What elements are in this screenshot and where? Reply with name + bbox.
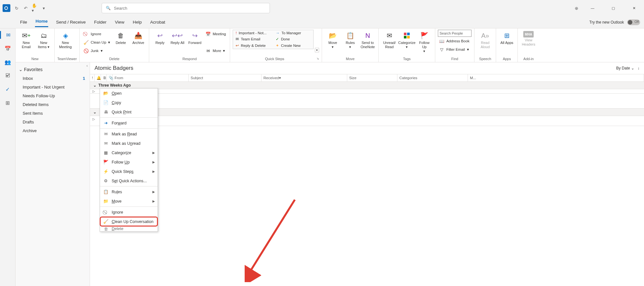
ctx-forward[interactable]: ➜Forward bbox=[100, 118, 158, 128]
replyall-button[interactable]: ↩↩Reply All bbox=[169, 30, 185, 46]
sort-direction-button[interactable]: ↓ bbox=[638, 66, 639, 70]
folder-important[interactable]: Important - Not Urgent bbox=[16, 83, 90, 91]
ctx-quick-print[interactable]: 🖶Quick Print bbox=[100, 107, 158, 117]
onenote-button[interactable]: NSend to OneNote bbox=[360, 30, 376, 50]
titlebar-left: ↻ ↶ ✋▾ ▾ bbox=[3, 4, 47, 12]
col-importance[interactable]: ! bbox=[90, 74, 94, 81]
open-icon: 📂 bbox=[103, 91, 108, 96]
move-button[interactable]: 📂Move▾ bbox=[325, 30, 341, 50]
group-label-tags: Tags bbox=[381, 56, 432, 61]
quicksteps-more-icon[interactable]: ▾ bbox=[315, 48, 319, 52]
refresh-icon[interactable]: ↻ bbox=[14, 5, 19, 11]
delete-button[interactable]: 🗑Delete bbox=[113, 30, 129, 46]
ctx-rules[interactable]: 📋Rules▶ bbox=[100, 187, 158, 196]
mail-rail-icon[interactable]: ✉ bbox=[0, 31, 16, 39]
archive-button[interactable]: 📥Archive bbox=[130, 30, 146, 46]
menu-view[interactable]: View bbox=[114, 18, 125, 26]
menu-help[interactable]: Help bbox=[132, 18, 142, 26]
folder-deleted[interactable]: Deleted Items bbox=[16, 100, 90, 109]
col-reminder[interactable]: 🔔 bbox=[94, 74, 101, 81]
all-apps-button[interactable]: ⊞All Apps bbox=[499, 30, 515, 46]
copy-icon: 📄 bbox=[103, 100, 108, 105]
menu-file[interactable]: File bbox=[19, 18, 28, 26]
menu-sendreceive[interactable]: Send / Receive bbox=[55, 18, 86, 26]
search-people-input[interactable]: Search People bbox=[438, 30, 472, 37]
read-icon: ✉ bbox=[103, 132, 108, 137]
tasks-rail-icon[interactable]: 🗹 bbox=[4, 72, 12, 79]
ctx-mark-as-unread[interactable]: ✉Mark as Unread bbox=[100, 139, 158, 148]
ctx-set-quick-actions-[interactable]: ⚙Set Quick Actions... bbox=[100, 176, 158, 185]
reply-button[interactable]: ↩Reply bbox=[152, 30, 168, 46]
filter-email-button[interactable]: ▽Filter Email ▾ bbox=[438, 45, 472, 54]
customize-icon[interactable]: ▾ bbox=[41, 5, 47, 11]
folder-sent[interactable]: Sent Items bbox=[16, 109, 90, 118]
favorites-header[interactable]: ⌄Favorites bbox=[16, 65, 90, 74]
search-box[interactable]: 🔍 bbox=[102, 3, 270, 13]
view-headers-button[interactable]: MHAView Headers bbox=[520, 30, 537, 48]
unread-button[interactable]: ✉Unread/ Read bbox=[381, 30, 397, 50]
col-mentions[interactable]: M... bbox=[468, 74, 644, 81]
apps-rail-icon[interactable]: ⊞ bbox=[4, 99, 12, 107]
ctx-move[interactable]: 📁Move▶ bbox=[100, 196, 158, 206]
ctx-delete[interactable]: 🗑Delete bbox=[100, 226, 158, 231]
group-label-move: Move bbox=[325, 56, 376, 61]
ctx-ignore[interactable]: ⃠Ignore bbox=[100, 207, 158, 217]
undo-icon[interactable]: ↶ bbox=[23, 5, 28, 11]
search-input[interactable] bbox=[114, 6, 266, 11]
col-subject[interactable]: Subject bbox=[189, 74, 261, 81]
cleanup-button[interactable]: 🧹Clean Up ▾ bbox=[82, 38, 111, 47]
todo-rail-icon[interactable]: ✓ bbox=[4, 85, 12, 93]
followup-button[interactable]: 🚩Follow Up▾ bbox=[416, 30, 432, 55]
ctx-categorize[interactable]: ▦Categorize▶ bbox=[100, 148, 158, 157]
col-attachment[interactable]: 📎 bbox=[107, 74, 113, 81]
ctx-copy[interactable]: 📄Copy bbox=[100, 98, 158, 107]
conversation-row[interactable]: ▷ bbox=[90, 89, 644, 94]
new-email-button[interactable]: ✉+New Email bbox=[18, 30, 34, 50]
chevron-down-icon: ⌄ bbox=[19, 67, 23, 72]
new-items-button[interactable]: 🗂New Items ▾ bbox=[36, 30, 52, 50]
folder-archive[interactable]: Archive bbox=[16, 126, 90, 135]
categorize-button[interactable]: Categorize▾ bbox=[399, 30, 415, 50]
ctx-label: Mark as Unread bbox=[112, 141, 140, 146]
minimize-button[interactable]: — bbox=[585, 3, 600, 13]
col-size[interactable]: Size bbox=[347, 74, 397, 81]
address-book-button[interactable]: 📖Address Book bbox=[438, 37, 472, 45]
more-respond-button[interactable]: ✉More ▾ bbox=[204, 47, 227, 55]
ctx-open[interactable]: 📂Open bbox=[100, 89, 158, 98]
touch-icon[interactable]: ✋▾ bbox=[32, 5, 38, 11]
group-three-weeks[interactable]: ⌄Three Weeks Ago bbox=[90, 82, 644, 89]
collapse-folder-pane-icon[interactable]: ‹ bbox=[86, 64, 88, 68]
meeting-button[interactable]: 📅Meeting bbox=[204, 30, 227, 38]
new-meeting-button[interactable]: ◈New Meeting bbox=[57, 30, 73, 50]
menu-folder[interactable]: Folder bbox=[94, 18, 107, 26]
ctx-clean-up-conversation[interactable]: 🧹Clean Up Conversation bbox=[100, 217, 158, 226]
menu-home[interactable]: Home bbox=[35, 17, 49, 27]
close-button[interactable]: ✕ bbox=[627, 3, 641, 13]
menu-acrobat[interactable]: Acrobat bbox=[150, 18, 166, 26]
sort-by-button[interactable]: By Date ⌄ bbox=[616, 66, 634, 70]
read-aloud-button[interactable]: A»Read Aloud bbox=[477, 30, 493, 50]
folder-drafts[interactable]: Drafts bbox=[16, 118, 90, 126]
col-from[interactable]: From bbox=[113, 74, 189, 81]
maximize-button[interactable]: ▢ bbox=[606, 3, 621, 13]
col-icon[interactable]: 🗎 bbox=[101, 74, 107, 81]
submenu-arrow-icon: ▶ bbox=[152, 170, 155, 173]
calendar-rail-icon[interactable]: 📅 bbox=[4, 45, 12, 52]
folder-inbox[interactable]: Inbox1 bbox=[16, 74, 90, 83]
folder-needsfollowup[interactable]: Needs Follow-Up bbox=[16, 91, 90, 100]
rules-button[interactable]: 📋Rules▾ bbox=[342, 30, 358, 50]
junk-button[interactable]: 🚫Junk ▾ bbox=[82, 47, 111, 55]
gem-icon[interactable]: ⊕ bbox=[573, 5, 579, 11]
people-rail-icon[interactable]: 👥 bbox=[4, 58, 12, 66]
forward-button[interactable]: ↪Forward bbox=[187, 30, 203, 46]
try-new-toggle[interactable]: Off bbox=[627, 19, 640, 25]
ctx-follow-up[interactable]: 🚩Follow Up▶ bbox=[100, 157, 158, 167]
ctx-mark-as-read[interactable]: ✉Mark as Read bbox=[100, 129, 158, 139]
ctx-quick-steps[interactable]: ⚡Quick Steps▶ bbox=[100, 167, 158, 176]
col-categories[interactable]: Categories bbox=[397, 74, 468, 81]
group-label-addin: Add-in bbox=[520, 56, 537, 61]
col-received[interactable]: Received ▾ bbox=[261, 74, 347, 81]
ignore-button[interactable]: ⃠Ignore bbox=[82, 30, 111, 38]
quicksteps-gallery[interactable]: !Important - Not... →To Manager ✉Team Em… bbox=[233, 30, 314, 49]
quicksteps-launcher-icon[interactable]: ↘ bbox=[316, 57, 319, 61]
